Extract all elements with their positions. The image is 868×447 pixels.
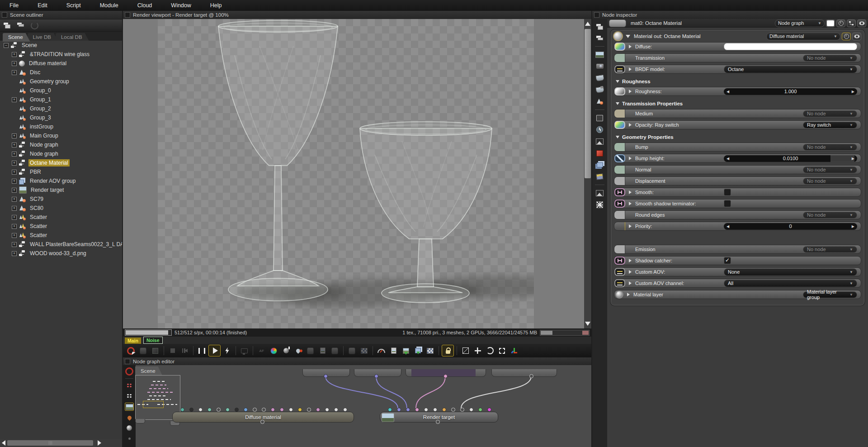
tab-scene[interactable]: Scene <box>3 33 30 42</box>
expand-triangle-icon[interactable] <box>629 281 632 285</box>
no-node-dropdown[interactable]: No node▼ <box>803 55 857 62</box>
node-input-pin[interactable] <box>343 408 347 412</box>
value-dropdown[interactable]: Material layer group▼ <box>803 291 857 298</box>
expand-triangle-icon[interactable] <box>629 123 632 127</box>
visibility-eye-icon[interactable] <box>852 33 861 40</box>
render-tab-noise[interactable]: Noise <box>143 337 163 344</box>
tree-item-scatter[interactable]: +Scatter <box>0 222 122 231</box>
expand-all-icon[interactable] <box>17 23 24 28</box>
tree-expand-toggle[interactable]: + <box>12 170 17 175</box>
film-settings-icon[interactable] <box>305 345 316 356</box>
node-input-pin[interactable] <box>217 408 221 412</box>
render-layers-icon[interactable] <box>595 161 604 169</box>
copy-image-icon[interactable] <box>388 345 399 356</box>
expand-triangle-icon[interactable] <box>629 67 632 71</box>
menu-edit[interactable]: Edit <box>28 2 57 9</box>
param-row-displacement[interactable]: DisplacementNo node▼ <box>614 176 861 185</box>
no-node-dropdown[interactable]: No node▼ <box>803 144 857 151</box>
render-image-icon[interactable] <box>595 51 604 58</box>
tree-item-wall-plasterbareseams0022-3-l-dark[interactable]: +WALL PlasterBareSeams0022_3_L DARK <box>0 240 122 249</box>
show-in-graph-icon[interactable] <box>847 19 856 27</box>
imager-icon[interactable] <box>595 138 604 145</box>
render-viewport[interactable] <box>123 19 591 328</box>
tree-item-pbr[interactable]: +PBR <box>0 167 122 176</box>
param-row-brdf-model-[interactable]: BRDF model:Octane▼ <box>614 65 861 74</box>
slider-decrement-icon[interactable]: ◀ <box>724 90 732 94</box>
node-output-pin[interactable] <box>260 420 264 424</box>
tree-expand-toggle[interactable]: + <box>12 224 17 229</box>
render-passes-icon[interactable] <box>595 173 604 181</box>
visible-environment-icon[interactable] <box>595 86 604 94</box>
node-input-pin[interactable] <box>316 408 320 412</box>
node-input-pin[interactable] <box>298 408 302 412</box>
param-row-round-edges[interactable]: Round edgesNo node▼ <box>614 210 861 219</box>
material-drop-icon[interactable] <box>125 414 133 421</box>
node-output-pin[interactable] <box>436 420 440 424</box>
value-dropdown[interactable]: Octane▼ <box>724 66 857 73</box>
section-collapse-icon[interactable] <box>616 80 619 83</box>
node-input-pin[interactable] <box>289 408 293 412</box>
node-output-pin[interactable] <box>374 374 378 378</box>
node-input-pin[interactable] <box>406 408 410 412</box>
render-priority-icon[interactable] <box>137 345 149 356</box>
node-input-pin[interactable] <box>478 408 482 412</box>
tree-item-wood-wood-33-d-png[interactable]: +WOOD wood-33_d.png <box>0 249 122 258</box>
node-input-pin[interactable] <box>433 408 437 412</box>
tree-expand-toggle[interactable]: + <box>12 179 17 184</box>
image-preview-icon[interactable] <box>125 403 134 411</box>
lens-effects-icon[interactable] <box>346 345 358 356</box>
material-sphere-icon[interactable] <box>125 424 133 432</box>
fit-view-icon[interactable] <box>496 345 508 356</box>
subsampling-icon[interactable] <box>239 345 250 356</box>
kernel-cube-icon[interactable] <box>595 149 604 157</box>
no-node-dropdown[interactable]: No node▼ <box>803 110 857 117</box>
expand-triangle-icon[interactable] <box>629 190 632 194</box>
param-row-bump[interactable]: BumpNo node▼ <box>614 143 861 152</box>
visibility-eye-icon[interactable] <box>857 19 866 27</box>
param-row-custom-aov-channel-[interactable]: Custom AOV channel:All▼ <box>614 279 861 288</box>
camera-gizmo-icon[interactable] <box>460 345 471 356</box>
slider-increment-icon[interactable]: ▶ <box>849 224 857 228</box>
scroll-right-icon[interactable] <box>98 440 101 446</box>
save-image-icon[interactable] <box>400 345 411 356</box>
node-input-pin[interactable] <box>334 408 338 412</box>
param-row-bump-height-[interactable]: Bump height:◀0.0100▶ <box>614 154 861 163</box>
node-input-pin[interactable] <box>424 408 428 412</box>
tree-expand-toggle[interactable]: + <box>12 133 17 138</box>
camera-icon[interactable] <box>595 62 604 70</box>
menu-cloud[interactable]: Cloud <box>128 2 162 9</box>
tree-item-instgroup[interactable]: instGroup <box>0 122 122 131</box>
region-icon[interactable] <box>595 114 604 122</box>
tree-expand-toggle[interactable]: + <box>12 143 17 147</box>
material-picker-icon[interactable] <box>317 345 328 356</box>
arrange-nodes-icon[interactable] <box>125 392 133 399</box>
tree-item-group-3[interactable]: Group_3 <box>0 113 122 122</box>
section-collapse-icon[interactable] <box>616 102 619 105</box>
no-node-dropdown[interactable]: No node▼ <box>803 246 857 253</box>
material-type-dropdown[interactable]: Diffuse material▼ <box>766 33 840 40</box>
param-checkbox[interactable] <box>724 200 731 207</box>
object-picker-icon[interactable] <box>329 345 340 356</box>
expand-groups-icon[interactable] <box>595 34 604 42</box>
node-output-pin[interactable] <box>529 374 533 378</box>
node-output-pin[interactable] <box>443 374 448 378</box>
param-row-smooth-[interactable]: Smooth: <box>614 188 861 197</box>
camera-preset-icon[interactable] <box>280 345 292 356</box>
node-input-pin[interactable] <box>487 408 491 412</box>
autofocus-icon[interactable]: AF <box>256 345 267 356</box>
node-color-swatch[interactable] <box>609 19 626 27</box>
node-input-pin[interactable] <box>397 408 401 412</box>
tree-item-render-target[interactable]: +Render target <box>0 185 122 195</box>
value-slider[interactable]: ◀0▶ <box>724 223 857 230</box>
environment-icon[interactable] <box>595 74 604 82</box>
node-input-pin[interactable] <box>244 408 248 412</box>
tree-expand-toggle[interactable]: + <box>12 152 17 157</box>
panel-detach-checkbox[interactable] <box>594 12 599 18</box>
node-input-pin[interactable] <box>460 408 464 412</box>
animation-clock-icon[interactable] <box>595 126 604 133</box>
expand-triangle-icon[interactable] <box>629 157 632 160</box>
node-input-pin[interactable] <box>325 408 329 412</box>
no-node-dropdown[interactable]: No node▼ <box>803 178 857 185</box>
param-row-custom-aov-[interactable]: Custom AOV:None▼ <box>614 267 861 276</box>
node-input-pin[interactable] <box>235 408 239 412</box>
